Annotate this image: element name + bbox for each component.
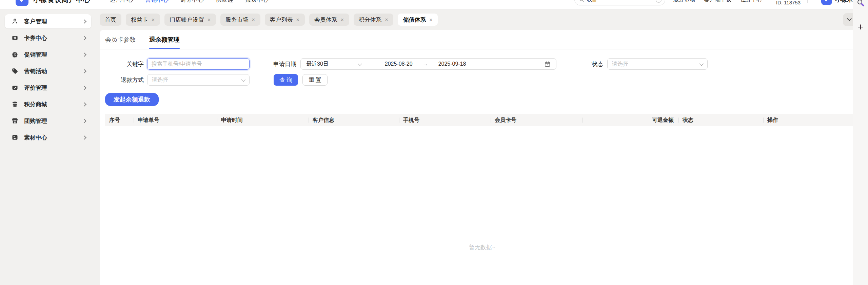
refund-method-label: 退款方式 [116,76,144,84]
tab-service-market[interactable]: 服务市场 [220,14,260,26]
points-icon [12,101,18,108]
link-task-center[interactable]: 任务中心 [741,0,762,3]
brand-logo-icon [16,0,28,6]
close-icon[interactable] [151,17,155,22]
plus-icon[interactable] [857,22,864,32]
top-nav-finance[interactable]: 财务中心 [180,0,203,4]
divider [367,61,367,67]
filter-row-2: 退款方式 请选择 查询 重置 [116,74,865,86]
refund-method-select[interactable]: 请选择 [147,74,250,86]
tab-store-account-settings[interactable]: 门店账户设置 [164,14,216,26]
close-icon[interactable] [296,17,300,22]
top-bar-content: 小橡食饮商户中心 运营中心 营销中心 财务中心 供应链 报表中心 权益 服务市场… [0,0,853,9]
user-name[interactable]: 小橡木 [835,0,853,4]
sidebar-item-review-management[interactable]: 评价管理 [5,81,91,95]
link-client-download[interactable]: 客户端下载 [704,0,731,3]
column-header-refundable-amount: 可退金额 [582,117,678,124]
top-nav-operation[interactable]: 运营中心 [110,0,133,4]
body-row: 客户管理 卡券中心 促销管理 营销活动 评价管理 [0,9,868,285]
chevron-right-icon [82,102,86,107]
close-icon[interactable] [429,17,433,22]
review-icon [12,84,18,91]
column-header-customer-info: 客户信息 [309,117,399,124]
coupon-icon [12,35,18,41]
close-icon[interactable] [252,17,255,22]
sidebar-item-material-center[interactable]: 素材中心 [5,130,91,145]
tab-home[interactable]: 首页 [100,14,121,26]
sidebar-item-label: 评价管理 [24,84,83,92]
close-icon[interactable] [207,17,211,22]
close-icon[interactable] [385,17,389,22]
user-icon [12,18,18,25]
tab-rights-card[interactable]: 权益卡 [126,14,160,26]
date-preset-select[interactable]: 最近30日 [306,61,329,68]
link-service-market[interactable]: 服务市场 [673,0,695,3]
sidebar-item-label: 客户管理 [24,18,83,25]
tab-membership-system[interactable]: 会员体系 [309,14,349,26]
subtab-balance-refund-management[interactable]: 退余额管理 [149,30,180,49]
search-clear-icon[interactable] [656,0,662,3]
content-card: 会员卡参数 退余额管理 关键字 申请日期 最近30日 2025-08-20 [100,30,865,285]
divider [807,0,808,3]
sidebar-item-group-buy-management[interactable]: 团购管理 [5,114,91,128]
sub-tabs: 会员卡参数 退余额管理 [100,30,865,49]
sidebar-item-label: 促销管理 [24,51,83,59]
sidebar-item-card-coupon-center[interactable]: 卡券中心 [5,31,91,45]
table-header-row: 序号 申请单号 申请时间 客户信息 手机号 会员卡号 可退金额 状态 操作 [105,114,859,126]
open-tabs-bar: 首页 权益卡 门店账户设置 服务市场 客户列表 会员体系 积分体 [100,9,865,30]
subtab-member-card-params[interactable]: 会员卡参数 [105,30,136,49]
column-header-apply-no: 申请单号 [134,117,217,124]
tab-points-system[interactable]: 积分体系 [354,14,394,26]
initiate-balance-refund-button[interactable]: 发起余额退款 [105,93,159,106]
chevron-down-icon [241,77,245,82]
status-select[interactable]: 请选择 [607,58,708,70]
query-button[interactable]: 查询 [274,74,298,86]
brand-title: 小橡食饮商户中心 [33,0,90,4]
rail-search-icon[interactable] [856,0,865,8]
chevron-right-icon [82,119,86,123]
top-nav-supply-chain[interactable]: 供应链 [216,0,233,4]
empty-state-text: 暂无数据~ [105,126,859,251]
end-date-value[interactable]: 2025-09-18 [438,61,466,67]
sidebar-item-marketing-activities[interactable]: 营销活动 [5,64,91,78]
top-bar: 小橡食饮商户中心 运营中心 营销中心 财务中心 供应链 报表中心 权益 服务市场… [0,0,868,9]
tag-icon [12,68,18,74]
sidebar: 客户管理 卡券中心 促销管理 营销活动 评价管理 [0,9,96,285]
date-range-arrow: → [423,61,428,67]
top-nav-report[interactable]: 报表中心 [245,0,268,4]
search-value: 权益 [587,0,656,3]
reset-button[interactable]: 重置 [302,74,328,86]
chevron-right-icon [82,36,86,40]
start-date-value[interactable]: 2025-08-20 [385,61,413,67]
chevron-down-icon [358,61,362,66]
close-icon[interactable] [340,17,344,22]
filter-form: 关键字 申请日期 最近30日 2025-08-20 → 2025-09-18 [100,49,865,86]
sidebar-item-customer-management[interactable]: 客户管理 [5,14,91,28]
discount-badge-icon [12,51,18,58]
tab-customer-list[interactable]: 客户列表 [265,14,305,26]
global-search-input[interactable]: 权益 [574,0,665,5]
tab-stored-value-system[interactable]: 储值体系 [398,14,438,26]
top-nav: 运营中心 营销中心 财务中心 供应链 报表中心 [110,0,268,4]
column-header-phone: 手机号 [399,117,491,124]
sidebar-item-label: 团购管理 [24,117,83,125]
divider [769,0,769,3]
sidebar-item-promotion-management[interactable]: 促销管理 [5,47,91,62]
divider [856,17,865,17]
material-icon [12,134,18,141]
sidebar-item-label: 卡券中心 [24,34,83,42]
user-avatar[interactable] [821,0,832,5]
sidebar-item-points-mall[interactable]: 积分商城 [5,97,91,111]
chevron-right-icon [82,19,86,24]
chevron-right-icon [82,86,86,90]
top-nav-marketing[interactable]: 营销中心 [145,0,168,4]
column-header-status: 状态 [678,117,763,124]
keyword-input[interactable] [147,58,250,70]
column-header-actions: 操作 [763,117,859,124]
merchant-id: ID: 118753 [776,0,801,5]
chevron-right-icon [82,52,86,57]
chevron-right-icon [82,69,86,73]
status-label: 状态 [592,60,603,68]
date-range-picker[interactable]: 最近30日 2025-08-20 → 2025-09-18 [300,58,556,70]
search-icon [579,0,584,2]
